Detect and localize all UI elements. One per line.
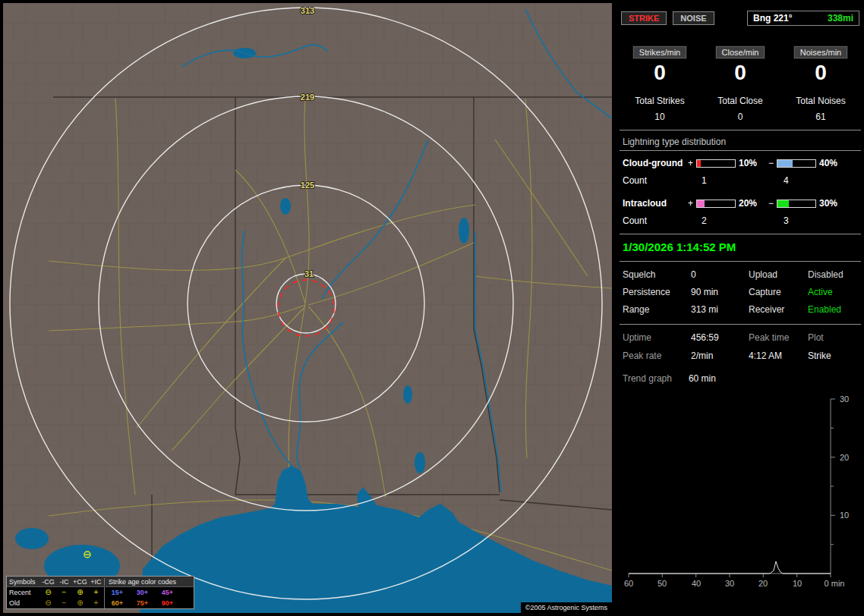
noise-mode-button[interactable]: NOISE (673, 11, 714, 25)
lake (280, 198, 291, 215)
map-svg[interactable]: 313 219 125 31 (3, 3, 612, 613)
cg-negative-count: 4 (768, 175, 850, 186)
legend-col-cg-pos: +CG (72, 578, 88, 586)
cg-negative-icon: ⊖ (40, 599, 56, 607)
persistence-value: 90 min (691, 287, 749, 297)
minus-sign: − (767, 158, 775, 168)
x-tick-0: 0 min (825, 579, 845, 588)
totals-values: 10 0 61 (616, 106, 864, 122)
cg-positive-icon: ⊕ (72, 589, 88, 596)
legend-old-ages: 60+ 75+ 90+ (104, 598, 180, 608)
squelch-value: 0 (691, 269, 749, 280)
cg-positive-bar (696, 159, 736, 168)
distribution-title: Lightning type distribution (623, 137, 858, 147)
noises-per-min-button[interactable]: Noises/min (793, 46, 848, 59)
current-datetime: 1/30/2026 1:14:52 PM (623, 240, 858, 253)
lake (15, 528, 49, 549)
close-per-min-button[interactable]: Close/min (715, 46, 766, 59)
age-code-30: 30+ (130, 589, 155, 596)
trend-strike-line (629, 561, 831, 574)
peak-rate-label: Peak rate (623, 350, 691, 361)
plot-label: Plot (808, 332, 862, 343)
ic-negative-bar-fill (777, 200, 789, 207)
upload-label: Upload (749, 269, 808, 280)
divider (620, 130, 861, 130)
persistence-label: Persistence (623, 287, 691, 297)
range-label: Range (623, 304, 691, 315)
count-label: Count (623, 175, 686, 186)
strike-mode-button[interactable]: STRIKE (621, 11, 667, 25)
minus-sign: − (767, 198, 775, 209)
y-tick-30: 30 (840, 394, 849, 404)
range-value: 313 mi (691, 304, 749, 315)
cg-negative-icon: ⊖ (40, 589, 56, 596)
uptime-label: Uptime (623, 332, 691, 343)
symbols-legend: Symbols -CG -IC +CG +IC Strike age color… (6, 576, 194, 609)
intracloud-count-row: Count 2 3 (616, 215, 864, 226)
ic-positive-icon: + (88, 589, 104, 596)
close-per-min-value: 0 (734, 61, 746, 85)
divider (620, 324, 861, 325)
ic-positive-bar (696, 200, 736, 208)
noises-per-min-value: 0 (815, 61, 827, 85)
x-tick-30: 30 (725, 579, 734, 588)
cloud-ground-count-row: Count 1 4 (616, 175, 864, 186)
age-code-45: 45+ (155, 589, 180, 596)
lake (459, 218, 469, 244)
receiver-status-table: Squelch 0 Upload Disabled Persistence 90… (616, 268, 864, 316)
lake (403, 385, 412, 404)
strikes-per-min-button[interactable]: Strikes/min (632, 46, 687, 59)
totals-labels: Total Strikes Total Close Total Noises (616, 85, 864, 106)
intracloud-label: Intracloud (623, 198, 686, 209)
ic-negative-icon: − (56, 589, 72, 596)
cg-negative-bar (777, 159, 816, 168)
trend-x-tick-labels: 60 50 40 30 20 10 0 min (624, 579, 845, 588)
session-stats-table: Uptime 456:59 Peak time Plot Peak rate 2… (616, 331, 864, 363)
legend-col-ic-pos: +IC (88, 578, 104, 586)
divider (620, 261, 861, 262)
intracloud-row: Intracloud + 20% − 30% (616, 198, 864, 209)
receiver-value: Enabled (808, 304, 862, 315)
total-strikes-value: 10 (654, 112, 664, 122)
divider (620, 150, 861, 151)
capture-value: Active (808, 287, 862, 297)
cloud-ground-row: Cloud-ground + 10% − 40% (616, 158, 864, 168)
cloud-ground-label: Cloud-ground (623, 158, 686, 168)
upload-value: Disabled (808, 269, 862, 280)
plus-sign: + (686, 198, 695, 209)
x-tick-40: 40 (692, 579, 701, 588)
mode-toolbar: STRIKE NOISE Bng 221° 338mi (616, 0, 864, 26)
legend-col-cg-neg: -CG (40, 578, 56, 586)
cg-positive-pct: 10% (737, 158, 767, 168)
total-close-label: Total Close (717, 96, 762, 106)
peak-rate-value: 2/min (691, 350, 749, 361)
total-noises-value: 61 (815, 112, 825, 122)
x-tick-60: 60 (624, 579, 633, 588)
peak-time-value: 4:12 AM (749, 350, 808, 361)
x-tick-10: 10 (793, 579, 802, 588)
legend-recent-ages: 15+ 30+ 45+ (104, 587, 180, 598)
ring-label-31: 31 (304, 269, 314, 278)
ic-negative-pct: 30% (818, 198, 847, 209)
x-tick-20: 20 (758, 579, 768, 588)
bearing-distance: 338mi (828, 13, 853, 24)
strikes-per-min-value: 0 (654, 61, 666, 85)
peak-time-label: Peak time (749, 332, 808, 343)
copyright-notice: ©2005 Astrogenic Systems (521, 602, 612, 613)
lake (415, 452, 425, 473)
legend-old-label: Old (7, 599, 40, 607)
legend-recent-label: Recent (7, 589, 40, 596)
age-code-15: 15+ (105, 589, 130, 596)
bearing-label: Bng 221° (753, 13, 792, 24)
total-noises-label: Total Noises (796, 96, 845, 106)
plus-sign: + (686, 158, 695, 168)
count-label: Count (623, 215, 686, 226)
age-code-75: 75+ (130, 599, 155, 607)
legend-recent-row: Recent ⊖ − ⊕ + 15+ 30+ 45+ (7, 587, 194, 598)
divider (620, 234, 861, 234)
legend-col-ic-neg: -IC (56, 578, 72, 586)
age-code-60: 60+ (105, 599, 130, 607)
strike-map[interactable]: 313 219 125 31 Symbols -CG -IC +CG +IC S… (3, 3, 612, 613)
receiver-label: Receiver (749, 304, 808, 315)
trend-graph-label: Trend graph (623, 373, 672, 384)
